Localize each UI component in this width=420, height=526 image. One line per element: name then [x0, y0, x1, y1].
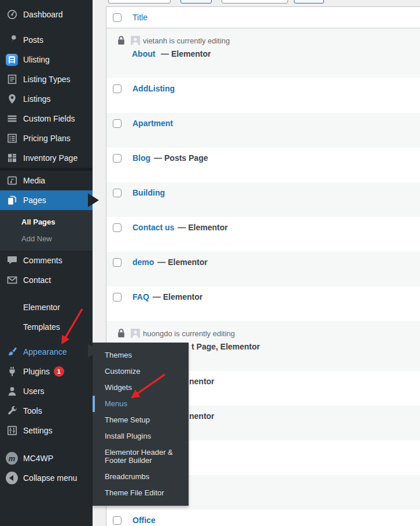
avatar — [131, 36, 140, 45]
table-row: Blog — Posts Page — [106, 148, 420, 182]
sidebar-item-dashboard[interactable]: Dashboard — [0, 5, 93, 24]
document-icon — [6, 73, 18, 86]
date-filter-select[interactable] — [222, 0, 288, 3]
sidebar-item-tools[interactable]: Tools — [0, 401, 93, 421]
grid-icon — [6, 152, 18, 164]
row-checkbox[interactable] — [113, 119, 121, 128]
sidebar-item-label: Media — [23, 176, 45, 185]
row-checkbox[interactable] — [113, 189, 121, 197]
page-title-link[interactable]: Office — [132, 516, 156, 525]
row-checkbox[interactable] — [113, 84, 121, 93]
table-row: demo — Elementor — [106, 252, 420, 286]
sidebar-item-inventory-page[interactable]: Inventory Page — [0, 148, 93, 168]
sidebar-item-label: Comments — [23, 256, 62, 265]
page-title-link[interactable]: Contact us — [132, 223, 174, 232]
page-title-link[interactable]: FAQ — [132, 292, 149, 301]
post-state-fragment: t Page, Elementor — [191, 342, 260, 351]
flyout-item-breadcrumbs[interactable]: Breadcrumbs — [93, 469, 189, 485]
sidebar-item-listings[interactable]: Listings — [0, 89, 93, 109]
sidebar-item-appearance[interactable]: Appearance — [0, 342, 93, 362]
page-title-link[interactable]: AddListing — [132, 84, 175, 93]
bulk-actions-select[interactable] — [108, 0, 171, 3]
sidebar-item-custom-fields[interactable]: Custom Fields — [0, 109, 93, 128]
sidebar-item-plugins[interactable]: Plugins 1 — [0, 362, 93, 381]
row-checkbox[interactable] — [113, 516, 121, 525]
ulisting-icon — [6, 54, 18, 66]
sidebar-item-label: Elementor — [23, 303, 60, 312]
lock-icon — [117, 329, 125, 338]
envelope-icon — [6, 274, 18, 286]
editing-notice: vietanh is currently editing — [143, 36, 230, 45]
flyout-item-widgets[interactable]: Widgets — [93, 380, 189, 396]
apply-button[interactable] — [180, 0, 212, 3]
sidebar-item-collapse-menu[interactable]: Collapse menu — [0, 468, 93, 488]
page-title-link[interactable]: Apartment — [132, 119, 173, 128]
sidebar-item-label: Listings — [23, 94, 50, 104]
location-pin-icon — [6, 93, 18, 105]
flyout-item-customize[interactable]: Customize — [93, 363, 189, 380]
title-column-header[interactable]: Title — [132, 13, 148, 22]
post-state: — Elementor — [178, 223, 227, 232]
row-checkbox[interactable] — [113, 154, 121, 163]
mc4wp-icon: m — [6, 453, 18, 465]
row-checkbox[interactable] — [113, 258, 121, 267]
sidebar-item-posts[interactable]: Posts — [0, 30, 93, 50]
flyout-item-themes[interactable]: Themes — [93, 347, 189, 363]
appearance-flyout-menu: Themes Customize Widgets Menus Theme Set… — [93, 343, 189, 506]
sidebar-item-elementor[interactable]: Elementor — [0, 297, 93, 317]
active-item-notch — [88, 193, 99, 207]
flyout-connector-notch — [88, 344, 100, 358]
sidebar-item-label: MC4WP — [23, 454, 53, 463]
sidebar-item-label: Templates — [23, 322, 60, 332]
submenu-item-add-new[interactable]: Add New — [0, 230, 93, 247]
collapse-arrow-icon — [6, 472, 18, 484]
dashboard-icon — [6, 9, 18, 21]
sidebar-item-contact[interactable]: Contact — [0, 270, 93, 290]
sidebar-item-templates[interactable]: Templates — [0, 317, 93, 337]
sidebar-item-media[interactable]: Media — [0, 171, 93, 190]
page-title-link[interactable]: Blog — [132, 153, 150, 163]
flyout-item-theme-file-editor[interactable]: Theme File Editor — [93, 485, 189, 501]
flyout-item-install-plugins[interactable]: Install Plugins — [93, 428, 189, 444]
table-list-icon — [6, 133, 18, 145]
flyout-item-menus[interactable]: Menus — [93, 396, 189, 412]
select-all-checkbox[interactable] — [113, 13, 121, 22]
brush-icon — [6, 346, 18, 358]
media-icon — [6, 175, 18, 187]
sidebar-item-label: Plugins — [23, 367, 50, 376]
sidebar-item-settings[interactable]: Settings — [0, 421, 93, 440]
page-title-link[interactable]: demo — [132, 258, 154, 267]
table-row: AddListing — [106, 78, 420, 113]
sidebar-item-mc4wp[interactable]: m MC4WP — [0, 448, 93, 468]
submenu-item-all-pages[interactable]: All Pages — [0, 214, 93, 230]
sidebar-item-label: Pricing Plans — [23, 134, 71, 143]
table-row: Office — [106, 510, 420, 526]
sidebar-item-label: Users — [23, 387, 45, 396]
sidebar-item-pages[interactable]: Pages — [0, 190, 93, 210]
page-title-link[interactable]: About — [132, 49, 155, 58]
post-state-fragment: nentor — [189, 411, 215, 421]
lock-icon — [117, 36, 125, 45]
sidebar-item-users[interactable]: Users — [0, 381, 93, 401]
table-row: Building — [106, 182, 420, 217]
sidebar-item-label: Posts — [23, 35, 43, 45]
sidebar-item-pricing-plans[interactable]: Pricing Plans — [0, 128, 93, 148]
pushpin-icon — [6, 34, 18, 46]
avatar — [131, 329, 140, 338]
sidebar-item-comments[interactable]: Comments — [0, 251, 93, 270]
comment-icon — [6, 255, 18, 267]
post-state: — Posts Page — [154, 153, 208, 163]
sidebar-item-ulisting[interactable]: Ulisting — [0, 50, 93, 69]
row-checkbox[interactable] — [113, 293, 121, 301]
sidebar-item-listing-types[interactable]: Listing Types — [0, 69, 93, 89]
sidebar-item-label: Settings — [23, 426, 53, 435]
row-checkbox[interactable] — [113, 223, 121, 232]
plug-icon — [6, 366, 18, 378]
flyout-item-theme-setup[interactable]: Theme Setup — [93, 412, 189, 428]
flyout-item-elementor-header-footer-builder[interactable]: Elementor Header & Footer Builder — [93, 444, 189, 469]
page-title-link[interactable]: Building — [132, 188, 165, 197]
table-row: FAQ — Elementor — [106, 286, 420, 321]
user-icon — [6, 385, 18, 398]
sidebar-item-label: Collapse menu — [23, 473, 77, 483]
filter-button[interactable] — [294, 0, 324, 3]
